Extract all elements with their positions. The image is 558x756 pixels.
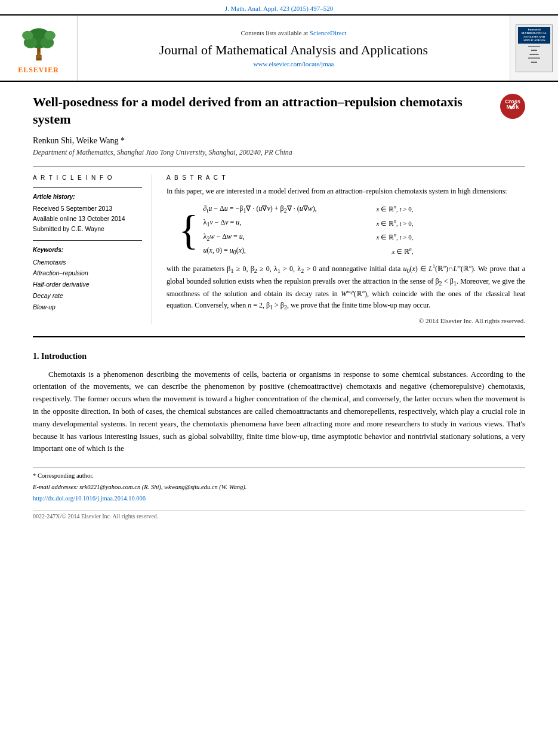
article-info-label: A R T I C L E I N F O — [33, 174, 142, 181]
footnote-section: * Corresponding author. E-mail addresses… — [33, 467, 525, 503]
eq-line-1: ∂tu − Δu = −β1∇ · (u∇v) + β2∇ · (u∇w), x… — [204, 203, 414, 216]
abstract-column: A B S T R A C T In this paper, we are in… — [167, 174, 525, 324]
divider-info — [33, 187, 142, 188]
elsevier-logo-area: ELSEVIER — [0, 16, 78, 81]
crossmark-badge[interactable]: ✓ Cross Mark — [500, 94, 525, 119]
svg-point-6 — [44, 31, 56, 40]
keyword-1: Chemotaxis — [33, 257, 142, 268]
divider-after-abstract — [33, 336, 525, 337]
keywords-label: Keywords: — [33, 247, 142, 253]
eq-line-4: u(x, 0) = u0(x), x ∈ ℝn, — [204, 245, 414, 257]
elsevier-tree-icon — [15, 21, 63, 63]
keyword-4: Decay rate — [33, 290, 142, 302]
elsevier-brand-text: ELSEVIER — [18, 66, 59, 75]
bottom-bar: 0022-247X/© 2014 Elsevier Inc. All right… — [33, 510, 525, 520]
keyword-5: Blow-up — [33, 302, 142, 313]
svg-rect-8 — [36, 56, 41, 59]
equation-lines: ∂tu − Δu = −β1∇ · (u∇v) + β2∇ · (u∇w), x… — [204, 203, 414, 258]
eq-line-3: λ2w − Δw = u, x ∈ ℝn, t > 0, — [204, 231, 414, 244]
doi-link[interactable]: http://dx.doi.org/10.1016/j.jmaa.2014.10… — [33, 494, 525, 504]
article-body: Well-posedness for a model derived from … — [0, 82, 558, 531]
eq-line-2: λ1v − Δv = u, x ∈ ℝn, t > 0, — [204, 217, 414, 229]
equation-row: { ∂tu − Δu = −β1∇ · (u∇v) + β2∇ · (u∇w),… — [178, 203, 525, 258]
introduction-heading: 1. Introduction — [33, 352, 525, 361]
keyword-2: Attraction–repulsion — [33, 268, 142, 279]
keyword-3: Half-order derivative — [33, 279, 142, 290]
journal-banner: ELSEVIER Contents lists available at Sci… — [0, 16, 558, 82]
journal-citation: J. Math. Anal. Appl. 423 (2015) 497–520 — [0, 0, 558, 16]
abstract-label: A B S T R A C T — [167, 174, 525, 181]
journal-cover-thumbnail: Journal of MATHEMATICAL ANALYSIS AND APP… — [510, 16, 558, 81]
submitted-by: Submitted by C.E. Wayne — [33, 224, 142, 234]
svg-point-5 — [22, 31, 33, 40]
journal-url[interactable]: www.elsevier.com/locate/jmaa — [254, 60, 334, 67]
info-abstract-section: A R T I C L E I N F O Article history: R… — [33, 174, 525, 324]
article-info-column: A R T I C L E I N F O Article history: R… — [33, 174, 152, 324]
received-date: Received 5 September 2013 — [33, 204, 142, 214]
keywords-list: Chemotaxis Attraction–repulsion Half-ord… — [33, 257, 142, 313]
email-addresses: E-mail addresses: srk0221@yahoo.com.cn (… — [33, 483, 525, 493]
article-title-section: Well-posedness for a model derived from … — [33, 94, 525, 128]
article-title: Well-posedness for a model derived from … — [33, 94, 500, 128]
divider-after-authors — [33, 167, 525, 167]
abstract-body: with the parameters β1 ≥ 0, β2 ≥ 0, λ1 >… — [167, 263, 525, 312]
intro-paragraph-1: Chemotaxis is a phenomenon describing th… — [33, 368, 525, 456]
crossmark-icon: ✓ Cross Mark — [500, 94, 525, 119]
equation-system: { ∂tu − Δu = −β1∇ · (u∇v) + β2∇ · (u∇w),… — [178, 203, 525, 258]
contents-available-text: Contents lists available at ScienceDirec… — [241, 29, 346, 36]
sciencedirect-link[interactable]: ScienceDirect — [310, 29, 347, 36]
author-affiliation: Department of Mathematics, Shanghai Jiao… — [33, 148, 525, 157]
divider-keywords — [33, 240, 142, 241]
journal-title-area: Contents lists available at ScienceDirec… — [78, 16, 510, 81]
left-brace: { — [178, 210, 199, 251]
detected-word-the: the — [115, 444, 124, 453]
cover-image: Journal of MATHEMATICAL ANALYSIS AND APP… — [516, 24, 553, 72]
corresponding-author-note: * Corresponding author. — [33, 471, 525, 481]
svg-text:Mark: Mark — [506, 104, 519, 110]
abstract-intro: In this paper, we are interested in a mo… — [167, 186, 525, 197]
copyright-notice: © 2014 Elsevier Inc. All rights reserved… — [167, 317, 525, 324]
available-date: Available online 13 October 2014 — [33, 214, 142, 224]
authors: Renkun Shi, Weike Wang * — [33, 136, 525, 146]
article-history-label: Article history: — [33, 193, 142, 200]
journal-main-title: Journal of Mathematical Analysis and App… — [159, 42, 428, 58]
svg-point-7 — [37, 52, 41, 56]
